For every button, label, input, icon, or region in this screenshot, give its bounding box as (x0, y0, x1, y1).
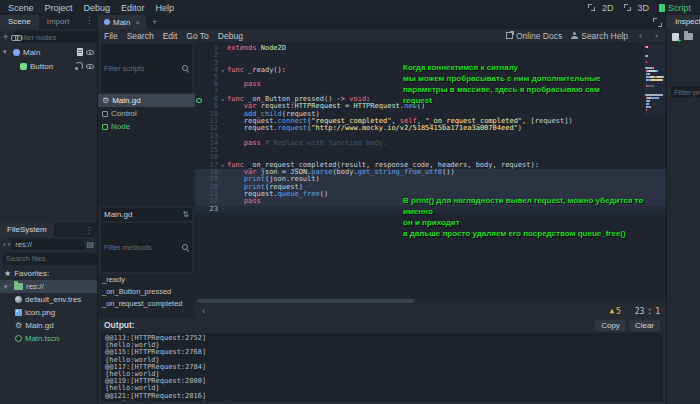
file-main-gd[interactable]: ⚙ Main.gd (0, 319, 97, 332)
favorites-star-icon: ★ (4, 269, 11, 278)
code-line[interactable]: 2 (195, 52, 666, 59)
split-mode-icon[interactable]: ▤ (86, 240, 94, 249)
scrollbar-thumb[interactable] (197, 299, 414, 303)
output-header: Output: Copy Clear (98, 318, 666, 332)
favorites-row[interactable]: ★ Favorites: (0, 267, 97, 280)
load-resource-icon[interactable] (684, 33, 693, 40)
workspace-script[interactable]: Script (659, 3, 691, 13)
workspace-2d[interactable]: 2D (588, 3, 614, 13)
script-item-main-gd[interactable]: ⚙ Main.gd (98, 94, 195, 107)
code-line[interactable]: 12 request.request("http://www.mocky.io/… (195, 125, 666, 132)
copy-button[interactable]: Copy (595, 320, 626, 331)
history-back-icon[interactable]: ‹ (637, 31, 644, 41)
menu-goto[interactable]: Go To (186, 31, 209, 41)
nav-forward-icon[interactable]: › (8, 240, 11, 249)
class-doc-icon (102, 111, 108, 117)
history-forward-icon[interactable]: › (653, 31, 660, 41)
attached-script-icon[interactable] (77, 48, 83, 56)
code-line[interactable]: 14 pass # Replace with function body. (195, 140, 666, 147)
online-docs-button[interactable]: Online Docs (506, 31, 562, 41)
code-status-bar: ‹ ▲ 5 23 : 1 (195, 304, 666, 318)
2d-icon (588, 4, 595, 11)
environment-icon (15, 296, 22, 303)
code-line[interactable]: 15 (195, 147, 666, 154)
method-item-on-button-pressed[interactable]: _on_Button_pressed (98, 286, 195, 298)
search-help-button[interactable]: Search Help (571, 31, 628, 41)
code-line[interactable]: 1extends Node2D (195, 45, 666, 52)
gdscript-icon: ⚙ (102, 97, 109, 105)
tab-import-dock[interactable]: Import (39, 15, 78, 29)
add-scene-tab-button[interactable]: + (146, 17, 163, 27)
workspace-switcher: 2D 3D Script ▾AssetLib (588, 0, 700, 15)
new-resource-icon[interactable] (672, 33, 679, 41)
minimap-content (645, 46, 664, 114)
menu-search[interactable]: Search (127, 31, 154, 41)
tab-row: Scene Import ⋮ Main × + Inspector (0, 15, 700, 29)
filesystem-search-bar: ⇅ (0, 252, 97, 267)
3d-icon (624, 4, 631, 11)
tab-filesystem[interactable]: FileSystem (0, 223, 54, 237)
search-files-input[interactable] (6, 254, 103, 263)
filesystem-menu-icon[interactable]: ⋮ (81, 225, 97, 236)
minimap[interactable] (644, 44, 665, 116)
menu-edit[interactable]: Edit (163, 31, 178, 41)
visibility-icon[interactable] (86, 50, 94, 55)
menu-file[interactable]: File (104, 31, 118, 41)
nav-back-icon[interactable]: ‹ (3, 240, 6, 249)
workspace-3d[interactable]: 3D (624, 3, 650, 13)
scene-tab-main[interactable]: Main × (98, 15, 146, 29)
clear-button[interactable]: Clear (629, 320, 660, 331)
current-script-selector[interactable]: Main.gd ⇅ (101, 208, 192, 221)
filter-properties-input[interactable] (674, 88, 700, 97)
file-icon-png[interactable]: icon.png (0, 306, 97, 319)
code-editor[interactable]: 1extends Node2D234▾func _ready():56 pass… (195, 42, 666, 318)
menu-help[interactable]: Help (156, 3, 175, 13)
script-item-node[interactable]: Node (98, 120, 195, 133)
method-item-on-request-completed[interactable]: _on_request_completed (98, 298, 195, 310)
annotation-1: Когда коннектимся к сигналу мы можем про… (403, 62, 600, 106)
output-line: --- Debugging process stopped --- (105, 400, 659, 401)
dock-menu-icon[interactable]: ⋮ (81, 15, 97, 29)
cursor-line: 23 (635, 307, 645, 316)
scene-tab-bar: Main × + (98, 15, 666, 29)
collapse-icon[interactable]: ▾ (3, 48, 10, 56)
script-item-control[interactable]: Control (98, 107, 195, 120)
method-item-ready[interactable]: _ready (98, 274, 195, 286)
signal-icon[interactable] (75, 62, 83, 70)
button-node-icon (20, 63, 27, 70)
menu-debug[interactable]: Debug (218, 31, 243, 41)
scene-file-icon (15, 335, 22, 342)
folder-res-row[interactable]: ▾ res:// (0, 280, 97, 293)
warning-count[interactable]: 5 (616, 307, 621, 316)
filter-scripts-box (101, 44, 192, 92)
file-default-env[interactable]: default_env.tres (0, 293, 97, 306)
filter-scripts-input[interactable] (104, 64, 182, 73)
output-line: @@115:[HTTPRequest:2768] (105, 349, 659, 356)
tab-inspector[interactable]: Inspector (667, 15, 700, 29)
script-icon (659, 4, 665, 12)
visibility-icon[interactable] (86, 64, 94, 69)
annotation-2: В print() для наглядности вывел request,… (403, 195, 666, 239)
close-tab-icon[interactable]: × (135, 18, 140, 27)
menu-project[interactable]: Project (45, 3, 73, 13)
path-field[interactable]: res:// (12, 239, 84, 250)
output-title: Output: (104, 320, 135, 330)
tree-node-main[interactable]: ▾ Main (0, 45, 97, 59)
tab-scene-dock[interactable]: Scene (0, 15, 39, 29)
search-icon (182, 65, 189, 72)
collapse-scripts-panel-icon[interactable]: ‹ (201, 306, 206, 316)
filter-methods-input[interactable] (104, 243, 182, 252)
menu-debug[interactable]: Debug (84, 3, 111, 13)
output-line: @@113:[HTTPRequest:2752] (105, 335, 659, 342)
menu-scene[interactable]: Scene (8, 3, 34, 13)
menu-editor[interactable]: Editor (121, 3, 145, 13)
collapse-icon[interactable]: ▾ (4, 283, 11, 291)
distraction-free-icon[interactable] (653, 18, 662, 27)
scene-tree: ▾ Main Button (0, 45, 97, 73)
add-node-icon[interactable]: + (3, 33, 8, 42)
file-main-tscn[interactable]: Main.tscn (0, 332, 97, 345)
output-panel: Output: Copy Clear @@113:[HTTPRequest:27… (98, 318, 666, 404)
output-log[interactable]: @@113:[HTTPRequest:2752]{hello:world}@@1… (101, 333, 663, 401)
godot-editor-window: Scene Project Debug Editor Help 2D 3D Sc… (0, 0, 700, 404)
tree-node-button[interactable]: Button (0, 59, 97, 73)
